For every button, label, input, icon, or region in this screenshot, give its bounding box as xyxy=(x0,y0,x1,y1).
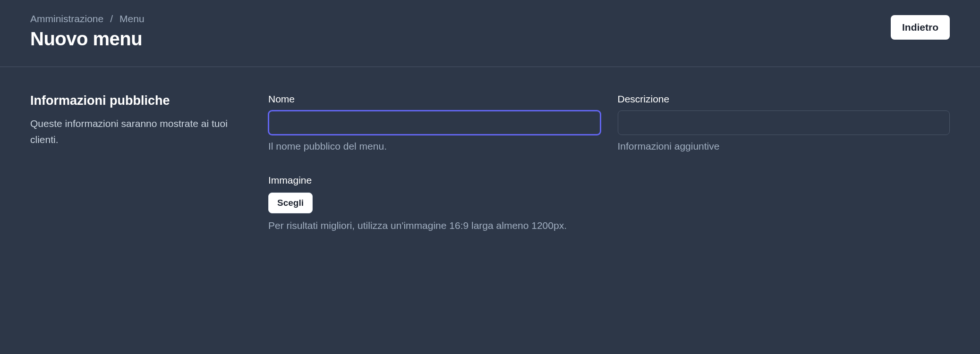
image-label: Immagine xyxy=(268,175,950,186)
section-title: Informazioni pubbliche xyxy=(30,93,246,108)
page-header: Amministrazione / Menu Nuovo menu Indiet… xyxy=(0,0,980,67)
name-hint: Il nome pubblico del menu. xyxy=(268,141,601,152)
form-row-1: Nome Il nome pubblico del menu. Descrizi… xyxy=(268,93,950,152)
image-hint: Per risultati migliori, utilizza un'imma… xyxy=(268,220,950,231)
field-image: Immagine Scegli Per risultati migliori, … xyxy=(268,175,950,231)
description-hint: Informazioni aggiuntive xyxy=(618,141,950,152)
header-left: Amministrazione / Menu Nuovo menu xyxy=(30,13,145,50)
description-input[interactable] xyxy=(618,110,950,135)
page-title: Nuovo menu xyxy=(30,28,145,50)
description-label: Descrizione xyxy=(618,93,950,105)
content: Informazioni pubbliche Queste informazio… xyxy=(0,67,980,258)
section-description: Queste informazioni saranno mostrate ai … xyxy=(30,116,246,147)
breadcrumb-current[interactable]: Menu xyxy=(119,13,145,25)
choose-image-button[interactable]: Scegli xyxy=(268,193,313,213)
breadcrumb-separator: / xyxy=(110,13,113,25)
field-name: Nome Il nome pubblico del menu. xyxy=(268,93,601,152)
section-info: Informazioni pubbliche Queste informazio… xyxy=(30,93,257,231)
field-description: Descrizione Informazioni aggiuntive xyxy=(618,93,950,152)
form-fields: Nome Il nome pubblico del menu. Descrizi… xyxy=(268,93,950,231)
name-label: Nome xyxy=(268,93,601,105)
breadcrumb: Amministrazione / Menu xyxy=(30,13,145,25)
name-input[interactable] xyxy=(268,110,601,135)
breadcrumb-root[interactable]: Amministrazione xyxy=(30,13,103,25)
back-button[interactable]: Indietro xyxy=(891,15,950,40)
